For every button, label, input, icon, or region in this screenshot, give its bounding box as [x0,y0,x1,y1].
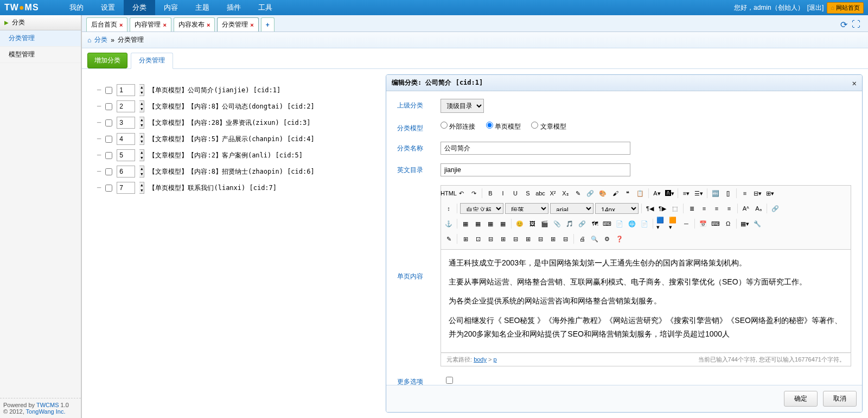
content-paragraph[interactable]: 公司相继发行《 SEO秘笈 》《海外推广教程》《网站运营研究》《搜索引擎营销》《… [449,314,843,341]
tree-label[interactable]: 【单页模型】公司简介(jianjie) [cid:1] [149,86,280,95]
collapse-icon[interactable]: ▶ [4,20,9,26]
toolbar-button[interactable]: ⊞ [547,233,558,244]
nav-tab[interactable]: 分类管理× [217,17,258,31]
toolbar-button[interactable]: Ω [723,218,733,229]
radio-article[interactable]: 文章模型 [531,123,566,130]
toolbar-button[interactable]: X² [547,188,558,199]
tree-label[interactable]: 【文章模型】【内容:2】客户案例(anli) [cid:5] [149,151,303,160]
spin-up-icon[interactable]: ▲ [139,134,144,139]
tab-close-icon[interactable]: × [250,22,253,28]
page-tab-manage[interactable]: 分类管理 [131,53,173,69]
add-category-button[interactable]: 增加分类 [87,53,127,68]
content-paragraph[interactable]: 通王科技成立于2003年，是中国网络策划第一人王通先生创办的国内首家网络策划机构… [449,256,843,270]
spin-up-icon[interactable]: ▲ [139,101,144,106]
toolbar-button[interactable]: ⚓ [443,218,454,229]
spin-down-icon[interactable]: ▼ [139,123,144,128]
sidebar-item[interactable]: 模型管理 [0,47,81,63]
tree-label[interactable]: 【文章模型】【内容:5】产品展示(chanpin) [cid:4] [149,135,314,144]
order-input[interactable] [117,84,135,96]
spin-down-icon[interactable]: ▼ [139,139,144,144]
toolbar-select[interactable]: arial [550,203,593,214]
toolbar-button[interactable]: Aₐ [753,203,764,214]
toolbar-button[interactable]: ↶ [456,188,467,199]
toolbar-button[interactable]: ⊡ [473,233,483,244]
toolbar-button[interactable]: ⊟ [535,233,546,244]
logout-link[interactable]: [退出] [807,3,824,12]
row-checkbox[interactable] [105,103,112,110]
toolbar-button[interactable]: 🎬 [539,218,550,229]
toolbar-button[interactable]: X₂ [560,188,571,199]
topmenu-item[interactable]: 内容 [155,0,187,16]
toolbar-button[interactable]: 🔗 [585,188,596,199]
toolbar-select[interactable]: 段落 [505,203,548,214]
row-checkbox[interactable] [105,168,112,175]
topmenu-item[interactable]: 设置 [92,0,124,16]
toolbar-button[interactable]: 📅 [698,218,709,229]
toolbar-button[interactable]: ⌨ [602,218,612,229]
toolbar-select[interactable]: 自定义标题 [460,203,503,214]
order-input[interactable] [117,133,135,145]
toolbar-button[interactable]: 🖨 [577,233,588,244]
name-input[interactable] [441,142,630,155]
toolbar-button[interactable]: ⚙ [602,233,612,244]
order-input[interactable] [117,182,135,194]
toolbar-button[interactable]: ⬚ [669,203,680,214]
spin-down-icon[interactable]: ▼ [139,188,144,193]
toolbar-button[interactable]: ▦ [473,218,483,229]
parent-select[interactable]: 顶级目录 [441,99,484,113]
toolbar-button[interactable]: ⊟▾ [752,188,763,199]
toolbar-button[interactable]: U [510,188,521,199]
toolbar-button[interactable]: ─ [681,218,692,229]
tab-close-icon[interactable]: × [163,22,166,28]
toolbar-button[interactable]: ⌨ [710,218,721,229]
toolbar-button[interactable]: 🔍 [589,233,600,244]
row-checkbox[interactable] [105,87,112,94]
toolbar-button[interactable]: ¶▶ [657,203,668,214]
toolbar-button[interactable]: 🖌 [610,188,621,199]
spin-down-icon[interactable]: ▼ [139,90,144,96]
spin-down-icon[interactable]: ▼ [139,172,144,177]
topmenu-item[interactable]: 插件 [218,0,250,16]
toolbar-button[interactable]: ⊞▾ [764,188,775,199]
order-input[interactable] [117,149,135,161]
toolbar-button[interactable]: ❝ [622,188,633,199]
fullscreen-icon[interactable]: ⛶ [852,20,860,29]
toolbar-button[interactable]: 🎵 [564,218,575,229]
more-checkbox[interactable] [446,377,453,384]
toolbar-button[interactable]: 🟦▾ [656,218,667,229]
toolbar-button[interactable]: A▾ [652,188,662,199]
toolbar-button[interactable]: 🔗 [577,218,588,229]
toolbar-select[interactable]: 14px [595,203,639,214]
toolbar-button[interactable]: ¶◀ [644,203,655,214]
toolbar-button[interactable]: ▦ [485,218,496,229]
tab-close-icon[interactable]: × [119,22,123,28]
toolbar-button[interactable]: ≡ [711,203,722,214]
toolbar-button[interactable]: ▦ [460,218,471,229]
toolbar-button[interactable]: ⊞ [460,233,471,244]
toolbar-button[interactable]: I [497,188,508,199]
content-paragraph[interactable]: 主要从事网站运营、网络整合营销、互联网赢利模式、电子商务、搜索引擎优化（SEO）… [449,275,843,289]
crumb-category[interactable]: 分类 [94,35,107,45]
toolbar-button[interactable]: ⊟ [485,233,496,244]
cancel-button[interactable]: 取消 [823,391,857,407]
toolbar-button[interactable]: 🔤 [710,188,721,199]
path-p-link[interactable]: p [494,356,497,363]
spin-up-icon[interactable]: ▲ [139,166,144,172]
tree-label[interactable]: 【文章模型】【内容:8】招贤纳士(zhaopin) [cid:6] [149,167,314,176]
toolbar-button[interactable]: 📎 [552,218,563,229]
toolbar-button[interactable]: 🌐 [627,218,637,229]
path-body-link[interactable]: body [474,356,487,363]
company-link[interactable]: TongWang Inc. [26,408,66,415]
sidebar-item[interactable]: 分类管理 [0,30,81,47]
toolbar-button[interactable]: HTML [443,188,454,199]
nav-tab[interactable]: 内容发布× [174,17,215,31]
editor-content[interactable]: 通王科技成立于2003年，是中国网络策划第一人王通先生创办的国内首家网络策划机构… [441,250,851,353]
row-checkbox[interactable] [105,185,112,192]
toolbar-button[interactable]: ☰▾ [693,188,704,199]
spin-up-icon[interactable]: ▲ [139,85,144,90]
toolbar-button[interactable]: S [522,188,533,199]
toolbar-button[interactable]: [] [723,188,733,199]
toolbar-button[interactable]: 🟧▾ [668,218,679,229]
toolbar-button[interactable]: ⊟ [510,233,521,244]
toolbar-button[interactable]: abc [535,188,546,199]
